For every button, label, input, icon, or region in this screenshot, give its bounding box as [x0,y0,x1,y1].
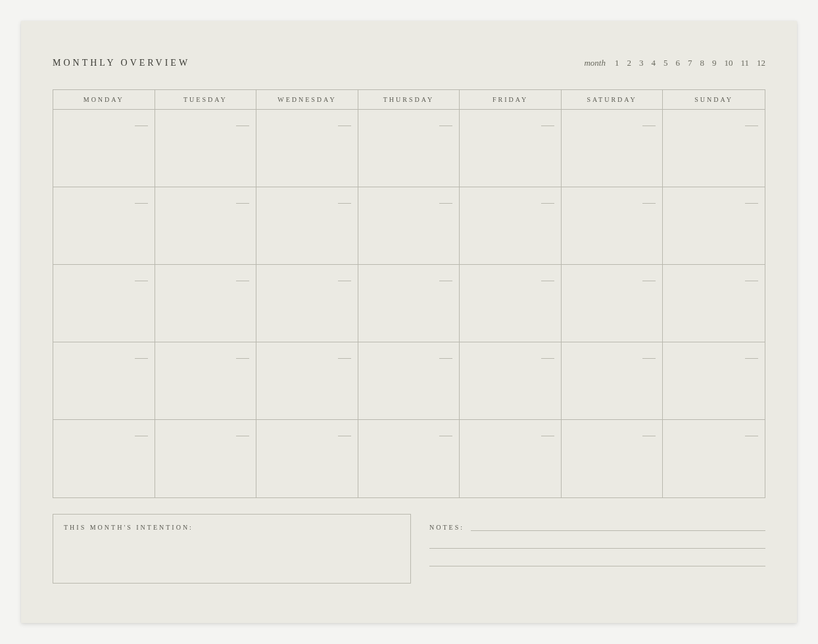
calendar-cell[interactable] [460,420,562,497]
calendar-cell[interactable] [663,265,765,342]
month-label: month [584,58,606,68]
calendar-cell[interactable] [256,342,358,420]
calendar-cell[interactable] [155,265,257,342]
calendar-cell[interactable] [155,342,257,420]
notes-box[interactable]: NOTES: [429,514,765,584]
month-10[interactable]: 10 [724,58,733,68]
footer: THIS MONTH'S INTENTION: NOTES: [53,514,765,584]
calendar-cell[interactable] [256,110,358,187]
month-4[interactable]: 4 [651,58,656,68]
month-9[interactable]: 9 [712,58,717,68]
month-3[interactable]: 3 [639,58,644,68]
notes-line[interactable] [429,548,765,549]
calendar-cell[interactable] [256,420,358,497]
page-title: MONTHLY OVERVIEW [53,58,190,68]
month-6[interactable]: 6 [675,58,680,68]
calendar-cell[interactable] [53,265,155,342]
calendar-cell[interactable] [562,187,663,265]
calendar-cell[interactable] [53,342,155,420]
calendar-cell[interactable] [663,110,765,187]
notes-line[interactable] [429,566,765,566]
notes-row: NOTES: [429,523,765,531]
month-12[interactable]: 12 [757,58,765,68]
calendar-cell[interactable] [53,187,155,265]
month-7[interactable]: 7 [688,58,692,68]
monthly-overview-sheet: MONTHLY OVERVIEW month 1 2 3 4 5 6 7 8 9… [21,21,797,623]
notes-label: NOTES: [429,524,464,531]
calendar-cell[interactable] [460,265,562,342]
month-picker: month 1 2 3 4 5 6 7 8 9 10 11 12 [584,58,765,68]
day-header-tuesday: TUESDAY [155,90,257,109]
calendar-cell[interactable] [155,110,257,187]
intention-label: THIS MONTH'S INTENTION: [64,524,193,531]
calendar-cell[interactable] [460,187,562,265]
calendar-cell[interactable] [53,420,155,497]
calendar-cell[interactable] [256,187,358,265]
calendar-cell[interactable] [358,187,460,265]
day-header-monday: MONDAY [53,90,155,109]
header: MONTHLY OVERVIEW month 1 2 3 4 5 6 7 8 9… [53,58,765,68]
calendar-body [53,110,765,497]
day-header-wednesday: WEDNESDAY [256,90,358,109]
calendar-grid: MONDAY TUESDAY WEDNESDAY THURSDAY FRIDAY… [53,89,765,498]
day-header-friday: FRIDAY [460,90,562,109]
month-11[interactable]: 11 [740,58,749,68]
intention-box[interactable]: THIS MONTH'S INTENTION: [53,514,411,584]
calendar-cell[interactable] [663,187,765,265]
notes-line[interactable] [471,523,765,531]
calendar-cell[interactable] [358,265,460,342]
month-5[interactable]: 5 [663,58,668,68]
calendar-cell[interactable] [256,265,358,342]
day-header-saturday: SATURDAY [562,90,663,109]
calendar-cell[interactable] [358,110,460,187]
calendar-cell[interactable] [562,420,663,497]
calendar-cell[interactable] [358,342,460,420]
calendar-cell[interactable] [562,342,663,420]
day-header-sunday: SUNDAY [663,90,765,109]
month-8[interactable]: 8 [700,58,704,68]
calendar-cell[interactable] [460,342,562,420]
month-1[interactable]: 1 [615,58,619,68]
calendar-cell[interactable] [460,110,562,187]
month-2[interactable]: 2 [627,58,631,68]
day-header-thursday: THURSDAY [358,90,460,109]
calendar-header-row: MONDAY TUESDAY WEDNESDAY THURSDAY FRIDAY… [53,90,765,110]
calendar-cell[interactable] [663,342,765,420]
calendar-cell[interactable] [562,110,663,187]
calendar-cell[interactable] [358,420,460,497]
calendar-cell[interactable] [155,420,257,497]
calendar-cell[interactable] [53,110,155,187]
calendar-cell[interactable] [155,187,257,265]
calendar-cell[interactable] [562,265,663,342]
calendar-cell[interactable] [663,420,765,497]
